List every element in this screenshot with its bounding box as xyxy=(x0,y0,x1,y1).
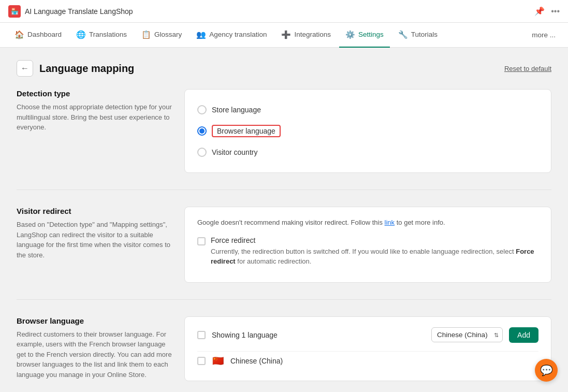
nav-label-glossary: Glossary xyxy=(154,31,182,38)
browser-language-title: Browser language xyxy=(17,316,172,325)
settings-icon: ⚙️ xyxy=(345,30,355,39)
redirect-info-text: Google doesn't recommend making visitor … xyxy=(197,217,538,228)
app-icon-emoji: 🏪 xyxy=(11,8,19,15)
language-row-chinese: 🇨🇳 Chinese (China) xyxy=(197,351,538,370)
visitor-redirect-right: Google doesn't recommend making visitor … xyxy=(184,207,551,283)
nav-item-tutorials[interactable]: 🔧 Tutorials xyxy=(392,23,444,48)
showing-label: Showing 1 language xyxy=(212,331,425,339)
agency-icon: 👥 xyxy=(196,30,206,39)
nav-item-glossary[interactable]: 📋 Glossary xyxy=(135,23,188,48)
detection-type-title: Detection type xyxy=(17,89,172,98)
visitor-redirect-card: Google doesn't recommend making visitor … xyxy=(184,207,551,283)
chat-icon: 💬 xyxy=(540,364,553,376)
browser-language-section: Browser language Redirect customers to t… xyxy=(17,316,551,393)
browser-language-desc: Redirect customers to their browser lang… xyxy=(17,329,172,380)
detection-type-left: Detection type Choose the most appropria… xyxy=(17,89,172,173)
force-redirect-desc: Currently, the redirection button is swi… xyxy=(211,246,538,267)
detection-type-right: Store language Browser language Visitor … xyxy=(184,89,551,173)
redirect-info-before: Google doesn't recommend making visitor … xyxy=(197,219,385,226)
detection-type-section: Detection type Choose the most appropria… xyxy=(17,89,551,190)
translations-icon: 🌐 xyxy=(76,30,86,39)
chinese-flag-icon: 🇨🇳 xyxy=(212,357,224,365)
nav-more[interactable]: more ... xyxy=(528,31,560,39)
glossary-icon: 📋 xyxy=(141,30,151,39)
main-content: ← Language mapping Reset to default Dete… xyxy=(0,48,568,392)
app-title: AI Language Translate LangShop xyxy=(25,7,133,16)
tutorials-icon: 🔧 xyxy=(398,30,408,39)
visitor-redirect-left: Visitor redirect Based on "Detection typ… xyxy=(17,207,172,283)
dashboard-icon: 🏠 xyxy=(14,30,24,39)
nav-item-agency-translation[interactable]: 👥 Agency translation xyxy=(190,23,273,48)
page-header: ← Language mapping Reset to default xyxy=(17,60,551,77)
select-all-checkbox[interactable] xyxy=(197,331,206,339)
nav-label-settings: Settings xyxy=(358,31,384,38)
chat-button[interactable]: 💬 xyxy=(535,359,558,382)
radio-store-language-circle xyxy=(197,105,207,114)
top-bar-right: 📌 ••• xyxy=(534,6,560,16)
nav-label-agency: Agency translation xyxy=(209,31,267,38)
force-redirect-label: Force redirect xyxy=(211,236,538,244)
browser-language-right: Showing 1 language Chinese (China) Engli… xyxy=(184,316,551,381)
nav-item-integrations[interactable]: ➕ Integrations xyxy=(275,23,337,48)
pin-icon[interactable]: 📌 xyxy=(534,6,545,16)
browser-language-card: Showing 1 language Chinese (China) Engli… xyxy=(184,316,551,381)
visitor-redirect-title: Visitor redirect xyxy=(17,207,172,215)
detection-type-card: Store language Browser language Visitor … xyxy=(184,89,551,173)
nav-item-settings[interactable]: ⚙️ Settings xyxy=(339,23,390,48)
nav-label-integrations: Integrations xyxy=(294,31,331,38)
force-redirect-content: Force redirect Currently, the redirectio… xyxy=(211,236,538,267)
browser-language-left: Browser language Redirect customers to t… xyxy=(17,316,172,381)
force-redirect-desc-after: for automatic redirection. xyxy=(236,257,312,265)
radio-visitor-country-circle xyxy=(197,148,207,157)
detection-type-desc: Choose the most appropriate detection ty… xyxy=(17,102,172,133)
reset-to-default-link[interactable]: Reset to default xyxy=(504,65,551,72)
force-redirect-checkbox[interactable] xyxy=(197,237,206,245)
nav-item-dashboard[interactable]: 🏠 Dashboard xyxy=(8,23,68,48)
redirect-info-link[interactable]: link xyxy=(385,219,395,226)
top-bar: 🏪 AI Language Translate LangShop 📌 ••• xyxy=(0,0,568,23)
page-header-left: ← Language mapping xyxy=(17,60,134,77)
nav: 🏠 Dashboard 🌐 Translations 📋 Glossary 👥 … xyxy=(0,23,568,48)
nav-item-translations[interactable]: 🌐 Translations xyxy=(70,23,133,48)
radio-store-language-label: Store language xyxy=(212,106,261,114)
language-select-wrapper: Chinese (China) English French German Sp… xyxy=(431,327,503,342)
force-redirect-desc-before: Currently, the redirection button is swi… xyxy=(211,248,516,255)
redirect-info-after: to get more info. xyxy=(395,219,445,226)
more-options-icon[interactable]: ••• xyxy=(551,7,560,16)
nav-label-tutorials: Tutorials xyxy=(411,31,438,38)
language-name-chinese: Chinese (China) xyxy=(230,357,283,365)
force-redirect-option: Force redirect Currently, the redirectio… xyxy=(197,236,538,267)
integrations-icon: ➕ xyxy=(281,30,291,39)
radio-browser-language[interactable]: Browser language xyxy=(197,120,538,142)
nav-label-dashboard: Dashboard xyxy=(27,31,62,38)
page-title: Language mapping xyxy=(39,63,134,75)
visitor-redirect-section: Visitor redirect Based on "Detection typ… xyxy=(17,207,551,300)
radio-visitor-country[interactable]: Visitor country xyxy=(197,142,538,162)
radio-visitor-country-label: Visitor country xyxy=(212,148,257,156)
add-language-button[interactable]: Add xyxy=(509,327,538,343)
language-list-header: Showing 1 language Chinese (China) Engli… xyxy=(197,327,538,343)
language-row-checkbox[interactable] xyxy=(197,357,206,365)
radio-browser-language-circle xyxy=(197,126,207,136)
radio-store-language[interactable]: Store language xyxy=(197,100,538,120)
back-button[interactable]: ← xyxy=(17,60,33,77)
language-select[interactable]: Chinese (China) English French German Sp… xyxy=(431,327,503,342)
radio-browser-language-label: Browser language xyxy=(212,125,281,137)
app-icon: 🏪 xyxy=(8,5,21,18)
visitor-redirect-desc: Based on "Detection type" and "Mapping s… xyxy=(17,220,172,260)
nav-label-translations: Translations xyxy=(89,31,127,38)
